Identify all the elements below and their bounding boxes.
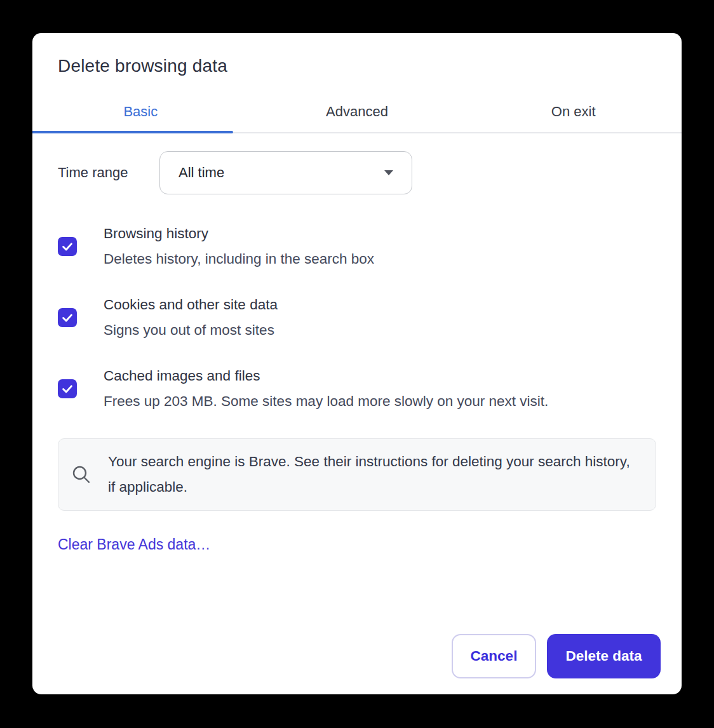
checkmark-icon — [60, 382, 74, 396]
checkbox-description: Frees up 203 MB. Some sites may load mor… — [104, 389, 548, 414]
tab-on-exit[interactable]: On exit — [465, 91, 682, 132]
tab-advanced[interactable]: Advanced — [249, 91, 466, 132]
cached-images-row: Cached images and files Frees up 203 MB.… — [58, 363, 656, 414]
time-range-label: Time range — [58, 165, 159, 181]
delete-data-button[interactable]: Delete data — [547, 634, 661, 678]
cookies-row: Cookies and other site data Signs you ou… — [58, 292, 656, 343]
tab-bar: Basic Advanced On exit — [32, 91, 682, 133]
checkbox-description: Signs you out of most sites — [104, 318, 278, 343]
clear-brave-ads-data-link[interactable]: Clear Brave Ads data… — [58, 536, 210, 553]
active-tab-underline — [32, 131, 233, 133]
dialog-title: Delete browsing data — [58, 56, 656, 76]
delete-browsing-data-dialog: Delete browsing data Basic Advanced On e… — [32, 33, 682, 694]
time-range-value: All time — [178, 165, 224, 181]
cookies-checkbox[interactable] — [58, 308, 77, 327]
checkbox-label: Cached images and files — [104, 363, 548, 389]
search-engine-info-box: Your search engine is Brave. See their i… — [58, 438, 656, 511]
checkmark-icon — [60, 311, 74, 325]
cancel-button[interactable]: Cancel — [452, 634, 536, 678]
checkbox-label: Cookies and other site data — [104, 292, 278, 318]
time-range-row: Time range All time — [58, 151, 656, 194]
dialog-content: Time range All time Browsing history Del… — [32, 151, 682, 553]
checkbox-label: Browsing history — [104, 221, 374, 246]
time-range-select[interactable]: All time — [159, 151, 412, 194]
checkbox-description: Deletes history, including in the search… — [104, 246, 374, 272]
browsing-history-checkbox[interactable] — [58, 237, 77, 256]
tab-basic[interactable]: Basic — [32, 91, 249, 132]
search-engine-info-text: Your search engine is Brave. See their i… — [108, 449, 630, 500]
cached-images-checkbox[interactable] — [58, 379, 77, 398]
dialog-buttons: Cancel Delete data — [452, 634, 661, 678]
checkmark-icon — [60, 239, 74, 253]
search-icon — [71, 464, 91, 485]
chevron-down-icon — [384, 170, 393, 175]
browsing-history-row: Browsing history Deletes history, includ… — [58, 221, 656, 272]
